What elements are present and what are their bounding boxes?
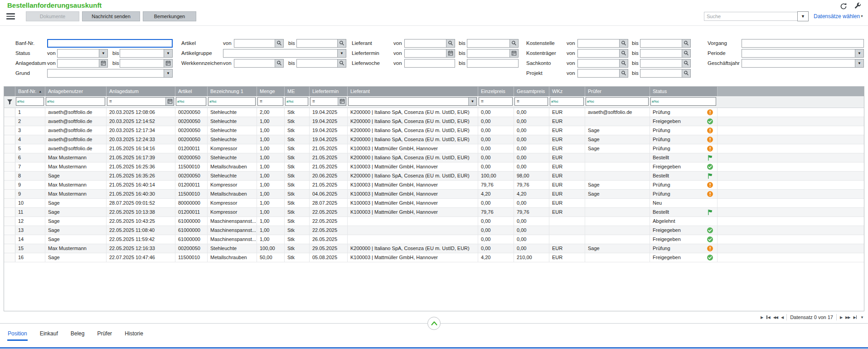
filter-anlagedatum-von-calendar-button[interactable] [99, 59, 107, 67]
filter-werkkennzeichen-von-input[interactable] [234, 59, 275, 67]
filter-lieferwoche-bis-input[interactable] [467, 59, 518, 67]
grid-filter-funnel-icon[interactable] [4, 96, 15, 108]
grid-filter-artikel-input[interactable] [185, 98, 206, 105]
pagination-prev-button[interactable]: ◀ [781, 315, 783, 320]
filter-liefertermin-von-input[interactable] [405, 49, 446, 57]
column-header-wkz[interactable]: WKz [549, 87, 585, 96]
column-header-bezeichnung-1[interactable]: Bezeichnung 1 [208, 87, 257, 96]
filter-projekt-von-input[interactable] [578, 69, 619, 77]
grid-filter-me-input[interactable] [295, 98, 308, 105]
grid-filter-anlagebenutzer-input[interactable] [55, 98, 105, 105]
table-row[interactable]: 5avaeth@softfolio.de21.05.2025 16:14:160… [4, 144, 864, 153]
filter-liefertermin-bis-input[interactable] [467, 49, 509, 57]
table-row[interactable]: 10Sage28.07.2025 09:01:5280000000Kompres… [4, 199, 864, 208]
collapse-panel-button[interactable] [427, 317, 441, 330]
row-selector-cell[interactable] [4, 126, 15, 135]
filter-kostenstelle-bis-lookup-button[interactable] [682, 39, 690, 47]
tab-einkauf[interactable]: Einkauf [39, 329, 58, 341]
row-selector-cell[interactable] [4, 153, 15, 162]
column-header-pruefer[interactable]: Prüfer [585, 87, 650, 96]
column-header-banf-nr[interactable]: Banf-Nr.▲ [15, 87, 45, 96]
search-filter-button[interactable]: ▼ [797, 11, 809, 21]
filter-artikelgruppe-input[interactable] [223, 49, 337, 57]
filter-kostentraeger-bis-input[interactable] [640, 49, 682, 57]
filter-sachkonto-von-input[interactable] [578, 59, 619, 67]
filter-lieferant-von-lookup-button[interactable] [446, 39, 455, 47]
filter-geschaeftsjahr-dropdown-button[interactable]: ▼ [855, 59, 863, 67]
grid-filter-lieferant-input[interactable] [349, 98, 468, 105]
table-row[interactable]: 15Max Mustermann22.05.2025 12:16:3300200… [4, 244, 864, 253]
column-header-me[interactable]: ME [285, 87, 310, 96]
pagination-first-button[interactable]: ◀ [766, 315, 770, 320]
grid-filter-menge-input[interactable] [264, 98, 283, 105]
pagination-prev-page-button[interactable]: ◀◀ [773, 315, 778, 320]
row-selector-cell[interactable] [4, 162, 15, 171]
filter-artikel-bis-input[interactable] [297, 39, 337, 47]
row-selector-cell[interactable] [4, 144, 15, 153]
table-row[interactable]: 6Max Mustermann21.05.2025 16:17:39002000… [4, 153, 864, 162]
tab-position[interactable]: Position [7, 329, 28, 341]
grid-filter-einzelpreis-input[interactable] [485, 98, 512, 105]
filter-lieferwoche-von-input[interactable] [405, 59, 455, 67]
table-row[interactable]: 4avaeth@softfolio.de20.03.2025 12:24:330… [4, 135, 864, 144]
filter-lieferant-bis-lookup-button[interactable] [509, 39, 518, 47]
table-row[interactable]: 2avaeth@softfolio.de20.03.2025 12:14:520… [4, 117, 864, 126]
filter-kostenstelle-bis-input[interactable] [640, 39, 682, 47]
filter-kostentraeger-bis-lookup-button[interactable] [682, 49, 690, 57]
filter-geschaeftsjahr-input[interactable] [742, 59, 855, 67]
nachricht-senden-button[interactable]: Nachricht senden [82, 11, 140, 21]
pagination-last-button[interactable]: ▶ [853, 315, 857, 320]
row-selector-cell[interactable] [4, 253, 15, 262]
filter-grund-input[interactable] [48, 69, 164, 77]
row-selector-cell[interactable] [4, 235, 15, 244]
table-row[interactable]: 14Sage22.05.2025 11:59:4261000000Maschin… [4, 235, 864, 244]
tab-historie[interactable]: Historie [124, 329, 144, 341]
filter-periode-dropdown-button[interactable]: ▼ [855, 49, 863, 57]
column-header-einzelpreis[interactable]: Einzelpreis [478, 87, 514, 96]
filter-kostenstelle-von-input[interactable] [578, 39, 619, 47]
filter-projekt-bis-lookup-button[interactable] [682, 69, 690, 77]
column-header-lieferant[interactable]: Lieferant [348, 87, 478, 96]
filter-artikel-von-input[interactable] [234, 39, 275, 47]
filter-werkkennzeichen-von-lookup-button[interactable] [275, 59, 283, 67]
row-selector-cell[interactable] [4, 172, 15, 180]
table-row[interactable]: 9Max Mustermann21.05.2025 16:40:14012000… [4, 181, 864, 190]
table-row[interactable]: 16Sage22.07.2025 10:47:4611500010Metalls… [4, 253, 864, 262]
table-row[interactable]: 8Sage21.05.2025 16:35:2600200050Stehleuc… [4, 172, 864, 181]
filter-banf-input[interactable] [48, 40, 172, 47]
table-row[interactable]: 3avaeth@softfolio.de20.03.2025 12:17:340… [4, 126, 864, 135]
filter-artikel-bis-lookup-button[interactable] [337, 39, 346, 47]
filter-status-von-dropdown-button[interactable]: ▼ [99, 49, 107, 57]
filter-status-bis-dropdown-button[interactable]: ▼ [164, 49, 172, 57]
row-selector-cell[interactable] [4, 226, 15, 235]
datensaetze-caret-icon[interactable]: ▼ [860, 15, 863, 18]
row-selector-cell[interactable] [4, 181, 15, 189]
tab-beleg[interactable]: Beleg [70, 329, 85, 341]
datensaetze-waehlen-link[interactable]: Datensätze wählen [814, 13, 860, 20]
filter-lieferant-bis-input[interactable] [467, 39, 509, 47]
row-selector-cell[interactable] [4, 117, 15, 126]
filter-vorgang-input[interactable] [742, 39, 863, 47]
grid-filter-lieferant-dropdown-button[interactable]: ▼ [468, 98, 476, 105]
bemerkungen-button[interactable]: Bemerkungen [143, 11, 196, 21]
table-row[interactable]: 11Sage22.05.2025 10:13:3801200011Kompres… [4, 208, 864, 217]
tab-pruefer[interactable]: Prüfer [97, 329, 112, 341]
grid-filter-anlagedatum-calendar-button[interactable] [165, 98, 174, 105]
column-header-gesamtpreis[interactable]: Gesamtpreis [514, 87, 549, 96]
search-input[interactable] [704, 12, 799, 21]
grid-filter-bezeichnung-1-input[interactable] [218, 98, 255, 105]
filter-projekt-bis-input[interactable] [640, 69, 682, 77]
filter-liefertermin-von-calendar-button[interactable] [446, 49, 455, 57]
pagination-dropdown-button[interactable]: ▼ [860, 315, 863, 320]
row-selector-cell[interactable] [4, 135, 15, 144]
filter-sachkonto-bis-lookup-button[interactable] [682, 59, 690, 67]
column-header-liefertermin[interactable]: Liefertermin [310, 87, 348, 96]
filter-status-von-input[interactable] [58, 49, 99, 57]
column-header-status[interactable]: Status [650, 87, 718, 96]
grid-filter-wkz-input[interactable] [559, 98, 583, 105]
filter-lieferant-von-input[interactable] [405, 39, 446, 47]
filter-sachkonto-von-lookup-button[interactable] [619, 59, 628, 67]
table-row[interactable]: 9Max Mustermann21.05.2025 16:40:30115000… [4, 190, 864, 199]
filter-status-bis-input[interactable] [120, 49, 164, 57]
pagination-next-button[interactable]: ▶ [840, 315, 842, 320]
